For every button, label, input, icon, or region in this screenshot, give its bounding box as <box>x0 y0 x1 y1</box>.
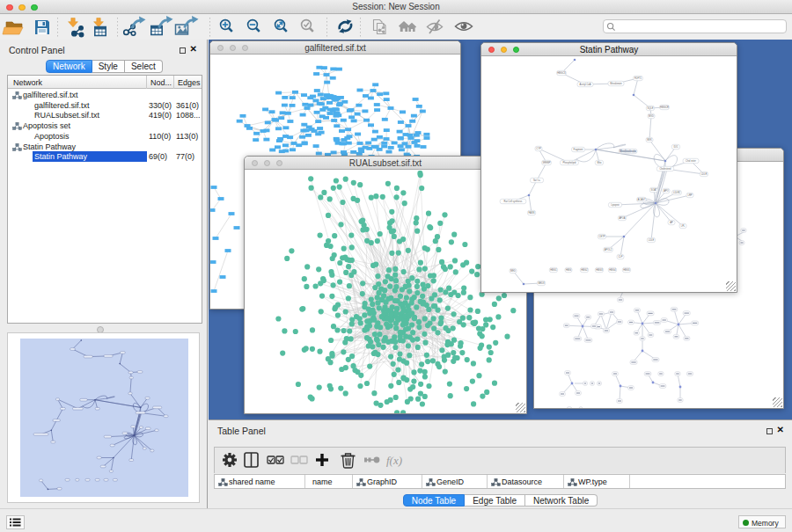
svg-text:MVK: MVK <box>647 138 652 142</box>
svg-text:HMG2: HMG2 <box>581 268 588 272</box>
svg-text:FDFT1: FDFT1 <box>634 77 642 80</box>
svg-text:ACAGT: ACAGT <box>638 198 646 201</box>
svg-text:Rat Cell synthesis: Rat Cell synthesis <box>504 200 523 203</box>
svg-text:CETP: CETP <box>599 235 605 238</box>
svg-text:Fragment: Fragment <box>573 148 583 151</box>
svg-text:MVD: MVD <box>649 114 654 118</box>
svg-text:IDI1: IDI1 <box>674 145 678 149</box>
svg-text:LRP: LRP <box>687 193 692 197</box>
svg-text:Phospholipid: Phospholipid <box>563 161 576 164</box>
svg-text:HMG3: HMG3 <box>596 268 603 272</box>
svg-text:Mito: Mito <box>598 161 602 164</box>
svg-text:HMGCS: HMGCS <box>557 71 566 75</box>
svg-text:MED: MED <box>510 269 516 273</box>
svg-text:HMG4: HMG4 <box>609 268 616 272</box>
svg-text:Lipoprot: Lipoprot <box>611 203 620 207</box>
svg-text:FASN: FASN <box>529 211 535 215</box>
svg-text:SREBP: SREBP <box>543 161 551 164</box>
svg-text:Mevalonate arm: Mevalonate arm <box>620 149 636 153</box>
svg-text:f(x): f(x) <box>386 454 402 467</box>
svg-text:SOAT: SOAT <box>651 188 657 192</box>
svg-text:HMGCR: HMGCR <box>660 106 669 109</box>
svg-text:APO: APO <box>664 189 668 193</box>
svg-text:MED8: MED8 <box>538 281 545 285</box>
svg-text:LDLE: LDLE <box>649 238 655 242</box>
svg-text:CYP: CYP <box>536 147 541 150</box>
svg-text:Acetyl-CoA: Acetyl-CoA <box>580 83 591 86</box>
svg-text:CLP: CLP <box>618 255 622 259</box>
svg-text:Sat f.a.: Sat f.a. <box>533 179 540 182</box>
svg-text:Chol ester: Chol ester <box>686 159 696 163</box>
svg-text:APOA: APOA <box>619 216 625 220</box>
svg-text:Mevalonate: Mevalonate <box>610 82 622 85</box>
svg-text:APOL2: APOL2 <box>605 248 612 251</box>
svg-text:LDLR2: LDLR2 <box>673 191 681 194</box>
svg-text:Cholesterol: Cholesterol <box>659 167 671 171</box>
svg-text:LDLR: LDLR <box>701 172 708 176</box>
svg-text:HMG: HMG <box>566 268 571 272</box>
svg-text:SQLE: SQLE <box>648 106 654 110</box>
svg-text:AP: AP <box>670 221 673 224</box>
svg-text:HMG5: HMG5 <box>623 268 630 272</box>
svg-text:HMG1: HMG1 <box>550 268 557 272</box>
svg-text:LPL: LPL <box>681 224 686 228</box>
